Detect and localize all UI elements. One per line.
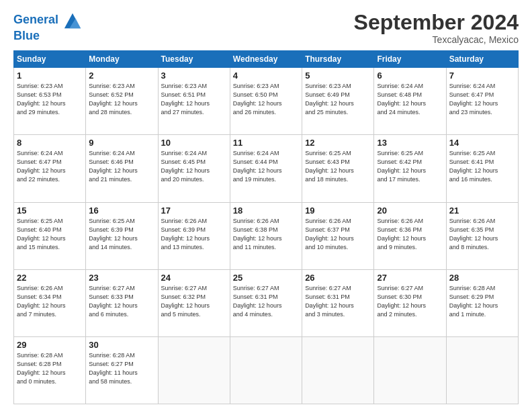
day-number: 26 [305,273,371,283]
day-number: 25 [233,273,299,283]
day-info: Sunrise: 6:24 AMSunset: 6:48 PMDaylight:… [377,82,443,117]
day-info: Sunrise: 6:25 AMSunset: 6:39 PMDaylight:… [89,217,154,252]
calendar-cell [158,336,230,404]
calendar-cell: 10 Sunrise: 6:24 AMSunset: 6:45 PMDaylig… [158,135,230,202]
calendar-cell: 14 Sunrise: 6:25 AMSunset: 6:41 PMDaylig… [446,135,518,202]
day-number: 11 [233,138,299,148]
day-number: 8 [17,138,83,148]
calendar-cell: 16 Sunrise: 6:25 AMSunset: 6:39 PMDaylig… [86,202,158,269]
day-info: Sunrise: 6:24 AMSunset: 6:47 PMDaylight:… [17,149,83,184]
day-info: Sunrise: 6:27 AMSunset: 6:30 PMDaylight:… [377,284,443,319]
day-info: Sunrise: 6:25 AMSunset: 6:41 PMDaylight:… [449,149,515,184]
calendar-cell: 23 Sunrise: 6:27 AMSunset: 6:33 PMDaylig… [86,269,158,336]
day-number: 16 [89,205,154,216]
day-info: Sunrise: 6:23 AMSunset: 6:49 PMDaylight:… [305,82,371,117]
day-info: Sunrise: 6:24 AMSunset: 6:45 PMDaylight:… [161,149,227,184]
calendar-cell: 21 Sunrise: 6:26 AMSunset: 6:35 PMDaylig… [446,202,518,269]
week-row-5: 29 Sunrise: 6:28 AMSunset: 6:28 PMDaylig… [14,336,519,404]
day-info: Sunrise: 6:27 AMSunset: 6:31 PMDaylight:… [305,284,371,319]
day-info: Sunrise: 6:26 AMSunset: 6:36 PMDaylight:… [377,217,443,252]
calendar-cell [302,336,374,404]
calendar-cell: 13 Sunrise: 6:25 AMSunset: 6:42 PMDaylig… [374,135,446,202]
calendar-cell: 30 Sunrise: 6:28 AMSunset: 6:27 PMDaylig… [86,336,158,404]
week-row-3: 15 Sunrise: 6:25 AMSunset: 6:40 PMDaylig… [14,202,519,269]
col-header-friday: Friday [374,51,446,68]
day-info: Sunrise: 6:26 AMSunset: 6:37 PMDaylight:… [305,217,371,252]
calendar-cell: 29 Sunrise: 6:28 AMSunset: 6:28 PMDaylig… [14,336,86,404]
logo-icon [63,11,82,30]
calendar-cell: 3 Sunrise: 6:23 AMSunset: 6:51 PMDayligh… [158,68,230,135]
calendar-cell: 18 Sunrise: 6:26 AMSunset: 6:38 PMDaylig… [230,202,302,269]
day-number: 21 [449,205,515,216]
day-number: 28 [449,273,515,283]
day-number: 24 [161,273,227,283]
col-header-monday: Monday [86,51,158,68]
day-info: Sunrise: 6:27 AMSunset: 6:31 PMDaylight:… [233,284,299,319]
day-number: 18 [233,205,299,216]
day-number: 14 [449,138,515,148]
logo-text: General [13,11,82,30]
day-info: Sunrise: 6:23 AMSunset: 6:50 PMDaylight:… [233,82,299,117]
calendar-table: SundayMondayTuesdayWednesdayThursdayFrid… [13,50,519,404]
day-info: Sunrise: 6:28 AMSunset: 6:28 PMDaylight:… [17,351,83,386]
logo: General Blue [13,11,82,43]
day-number: 30 [89,340,154,350]
calendar-cell: 19 Sunrise: 6:26 AMSunset: 6:37 PMDaylig… [302,202,374,269]
calendar-cell: 6 Sunrise: 6:24 AMSunset: 6:48 PMDayligh… [374,68,446,135]
day-info: Sunrise: 6:28 AMSunset: 6:29 PMDaylight:… [449,284,515,319]
col-header-thursday: Thursday [302,51,374,68]
calendar-cell: 7 Sunrise: 6:24 AMSunset: 6:47 PMDayligh… [446,68,518,135]
logo-blue: Blue [13,30,82,43]
calendar-cell: 15 Sunrise: 6:25 AMSunset: 6:40 PMDaylig… [14,202,86,269]
day-info: Sunrise: 6:27 AMSunset: 6:33 PMDaylight:… [89,284,154,319]
day-number: 23 [89,273,154,283]
day-info: Sunrise: 6:26 AMSunset: 6:34 PMDaylight:… [17,284,83,319]
calendar-cell: 1 Sunrise: 6:23 AMSunset: 6:53 PMDayligh… [14,68,86,135]
logo-general: General [13,13,58,26]
day-info: Sunrise: 6:25 AMSunset: 6:40 PMDaylight:… [17,217,83,252]
calendar-cell: 17 Sunrise: 6:26 AMSunset: 6:39 PMDaylig… [158,202,230,269]
day-info: Sunrise: 6:24 AMSunset: 6:44 PMDaylight:… [233,149,299,184]
calendar-cell: 25 Sunrise: 6:27 AMSunset: 6:31 PMDaylig… [230,269,302,336]
day-number: 10 [161,138,227,148]
day-number: 17 [161,205,227,216]
day-info: Sunrise: 6:23 AMSunset: 6:52 PMDaylight:… [89,82,154,117]
week-row-4: 22 Sunrise: 6:26 AMSunset: 6:34 PMDaylig… [14,269,519,336]
week-row-1: 1 Sunrise: 6:23 AMSunset: 6:53 PMDayligh… [14,68,519,135]
calendar-cell [446,336,518,404]
day-number: 15 [17,205,83,216]
day-number: 2 [89,71,154,81]
calendar-cell: 9 Sunrise: 6:24 AMSunset: 6:46 PMDayligh… [86,135,158,202]
calendar-cell: 4 Sunrise: 6:23 AMSunset: 6:50 PMDayligh… [230,68,302,135]
col-header-tuesday: Tuesday [158,51,230,68]
day-info: Sunrise: 6:27 AMSunset: 6:32 PMDaylight:… [161,284,227,319]
day-number: 9 [89,138,154,148]
page: General Blue September 2024 Texcalyacac,… [0,0,532,411]
col-header-wednesday: Wednesday [230,51,302,68]
day-info: Sunrise: 6:26 AMSunset: 6:35 PMDaylight:… [449,217,515,252]
col-header-saturday: Saturday [446,51,518,68]
day-number: 12 [305,138,371,148]
location: Texcalyacac, Mexico [354,34,519,45]
day-info: Sunrise: 6:25 AMSunset: 6:43 PMDaylight:… [305,149,371,184]
day-info: Sunrise: 6:26 AMSunset: 6:38 PMDaylight:… [233,217,299,252]
day-number: 6 [377,71,443,81]
day-number: 1 [17,71,83,81]
calendar-cell: 2 Sunrise: 6:23 AMSunset: 6:52 PMDayligh… [86,68,158,135]
calendar-cell: 27 Sunrise: 6:27 AMSunset: 6:30 PMDaylig… [374,269,446,336]
day-info: Sunrise: 6:24 AMSunset: 6:47 PMDaylight:… [449,82,515,117]
calendar-cell: 22 Sunrise: 6:26 AMSunset: 6:34 PMDaylig… [14,269,86,336]
day-number: 20 [377,205,443,216]
day-number: 4 [233,71,299,81]
day-number: 27 [377,273,443,283]
day-info: Sunrise: 6:28 AMSunset: 6:27 PMDaylight:… [89,351,154,386]
calendar-cell [374,336,446,404]
month-title: September 2024 [354,11,519,34]
calendar-cell: 20 Sunrise: 6:26 AMSunset: 6:36 PMDaylig… [374,202,446,269]
day-info: Sunrise: 6:26 AMSunset: 6:39 PMDaylight:… [161,217,227,252]
calendar-cell [230,336,302,404]
day-info: Sunrise: 6:24 AMSunset: 6:46 PMDaylight:… [89,149,154,184]
day-info: Sunrise: 6:23 AMSunset: 6:53 PMDaylight:… [17,82,83,117]
day-number: 13 [377,138,443,148]
day-number: 5 [305,71,371,81]
